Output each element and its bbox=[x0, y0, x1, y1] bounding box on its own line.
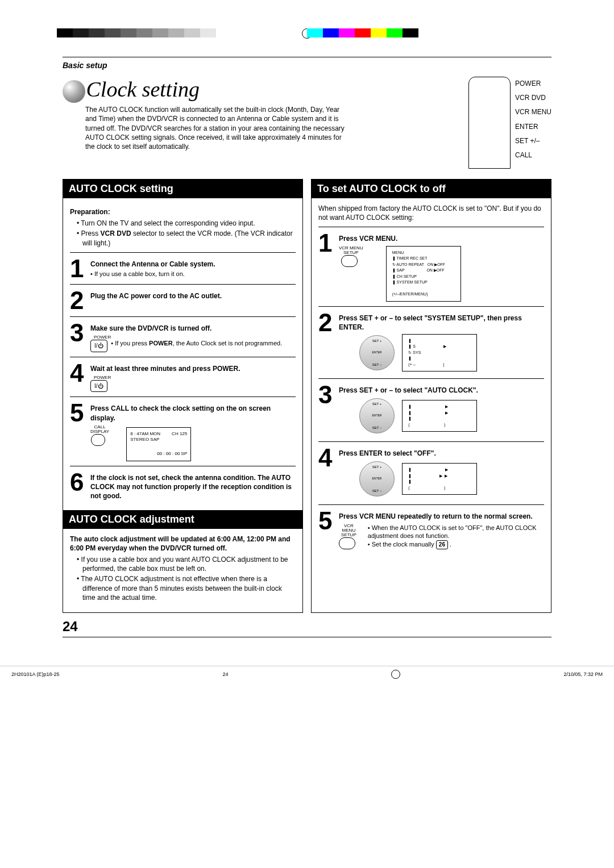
divider bbox=[318, 227, 544, 227]
right-body: When shipped from factory the AUTO CLOCK… bbox=[312, 198, 551, 558]
step-number: 5 bbox=[70, 402, 90, 424]
divider bbox=[70, 252, 296, 253]
note: Set the clock manually bbox=[372, 541, 434, 548]
footer-file: 2H20101A (E)p18-25 bbox=[11, 671, 60, 677]
step-body: Make sure the DVD/VCR is turned off. POW… bbox=[90, 322, 296, 352]
right-lead: When shipped from factory the AUTO CLOCK… bbox=[318, 204, 544, 222]
remote-icon bbox=[468, 77, 511, 169]
divider bbox=[70, 284, 296, 285]
right-header: To set AUTO CLOCK to off bbox=[312, 180, 551, 198]
step-number: 1 bbox=[318, 232, 339, 254]
intro-paragraph: The AUTO CLOCK function will automatical… bbox=[85, 105, 347, 151]
vcr-menu-button-icon: VCR MENUSETUP bbox=[339, 524, 359, 550]
top-rule bbox=[63, 57, 551, 57]
left-column: AUTO CLOCK setting Preparation: Turn ON … bbox=[63, 179, 303, 613]
print-footer: 2H20101A (E)p18-25 24 2/10/05, 7:32 PM bbox=[0, 666, 614, 679]
divider bbox=[318, 441, 544, 442]
step-sub: If you use a cable box, turn it on. bbox=[94, 270, 185, 277]
step-body: Plug the AC power cord to the AC outlet. bbox=[90, 289, 296, 301]
divider bbox=[70, 466, 296, 466]
step-number: 4 bbox=[318, 446, 339, 469]
step-row: 4 Press ENTER to select "OFF". SET +ENTE… bbox=[318, 446, 544, 500]
divider bbox=[318, 378, 544, 379]
osd-preview: 8 : 47AM MON CH 125 STEREO SAP 00 : 00 :… bbox=[126, 427, 191, 461]
remote-diagram-box: POWER VCR DVD VCR MENU ENTER SET +/– CAL… bbox=[468, 77, 551, 169]
step-body: Press VCR MENU repeatedly to return to t… bbox=[339, 510, 544, 549]
step-body: Press CALL to check the clock setting on… bbox=[90, 402, 296, 461]
step-row: 2 Plug the AC power cord to the AC outle… bbox=[70, 289, 296, 312]
adj-item: If you use a cable box and you want AUTO… bbox=[77, 555, 296, 573]
prep-item: Press VCR DVD selector to select the VCR… bbox=[77, 229, 296, 247]
step-row: 5 Press VCR MENU repeatedly to return to… bbox=[318, 510, 544, 549]
divider bbox=[70, 357, 296, 357]
osd-menu: ❚ ❚ S ▶ ↻ SYS ❚ (+ – ) bbox=[402, 334, 477, 372]
section-label: Basic setup bbox=[63, 61, 551, 70]
right-column: To set AUTO CLOCK to off When shipped fr… bbox=[311, 179, 551, 613]
registration-mark-bottom bbox=[391, 670, 400, 679]
preparation-label: Preparation: bbox=[70, 207, 296, 216]
step-text: Connect the Antenna or Cable system. bbox=[90, 260, 215, 268]
page-title: Clock setting bbox=[63, 77, 468, 103]
step-row: 4 Wait at least three minutes and press … bbox=[70, 362, 296, 393]
footer-date: 2/10/05, 7:32 PM bbox=[563, 671, 603, 677]
divider bbox=[70, 397, 296, 397]
adjustment-list: If you use a cable box and you want AUTO… bbox=[77, 555, 296, 602]
step-text: Plug the AC power cord to the AC outlet. bbox=[90, 292, 222, 300]
divider bbox=[318, 504, 544, 505]
osd-menu: ❚ ▶ ❚ ▶ ❚ ( ) bbox=[402, 400, 477, 432]
step-number: 2 bbox=[70, 289, 90, 312]
step-text: If the clock is not set, check the anten… bbox=[90, 474, 292, 500]
step-number: 2 bbox=[318, 311, 339, 334]
footer-page: 24 bbox=[223, 671, 229, 677]
step-row: 2 Press SET + or – to select "SYSTEM SET… bbox=[318, 311, 544, 374]
adjustment-lead: The auto clock adjustment will be update… bbox=[70, 535, 291, 552]
step-row: 1 Press VCR MENU. VCR MENUSETUP MENU ❚ T… bbox=[318, 232, 544, 301]
step-number: 6 bbox=[70, 471, 90, 494]
step-row: 5 Press CALL to check the clock setting … bbox=[70, 402, 296, 461]
adj-item: The AUTO CLOCK adjustment is not effecti… bbox=[77, 574, 296, 602]
left-body: Preparation: Turn ON the TV and select t… bbox=[63, 198, 302, 510]
title-row: Clock setting The AUTO CLOCK function wi… bbox=[63, 77, 551, 169]
step-body: Press SET + or – to select "SYSTEM SETUP… bbox=[339, 311, 544, 374]
two-columns: AUTO CLOCK setting Preparation: Turn ON … bbox=[63, 179, 551, 613]
vcr-menu-button-icon: VCR MENUSETUP bbox=[339, 246, 363, 268]
divider bbox=[70, 316, 296, 317]
page-number: 24 bbox=[63, 619, 551, 635]
step-text: Press VCR MENU repeatedly to return to t… bbox=[339, 512, 533, 520]
remote-label: VCR DVD bbox=[515, 91, 551, 105]
step-number: 3 bbox=[70, 322, 90, 344]
step-row: 1 Connect the Antenna or Cable system. •… bbox=[70, 257, 296, 280]
call-button-icon: CALLDISPLAY bbox=[90, 425, 109, 446]
title-sphere-icon bbox=[63, 80, 85, 103]
step-body: Press SET + or – to select "AUTO CLOCK".… bbox=[339, 383, 544, 437]
dpad-icon: SET +ENTERSET – bbox=[359, 398, 395, 433]
power-button-icon: POWER I/⏻ bbox=[90, 375, 296, 390]
step-text: Press VCR MENU. bbox=[339, 235, 397, 243]
step-body: Wait at least three minutes and press PO… bbox=[90, 362, 296, 393]
grayscale-bars bbox=[57, 28, 216, 37]
step-number: 4 bbox=[70, 362, 90, 385]
step-number: 5 bbox=[318, 510, 339, 532]
step-text: Press SET + or – to select "AUTO CLOCK". bbox=[339, 386, 478, 394]
step-text: Make sure the DVD/VCR is turned off. bbox=[90, 324, 211, 332]
step-text: Wait at least three minutes and press PO… bbox=[90, 365, 240, 373]
step-text: Press CALL to check the clock setting on… bbox=[90, 404, 271, 422]
remote-label: POWER bbox=[515, 77, 551, 91]
page-ref: 26 bbox=[436, 540, 448, 549]
step-row: 3 Make sure the DVD/VCR is turned off. P… bbox=[70, 322, 296, 352]
prep-item: Turn ON the TV and select the correspond… bbox=[77, 219, 296, 228]
remote-label: SET +/– bbox=[515, 134, 551, 148]
dpad-icon: SET +ENTERSET – bbox=[359, 335, 395, 370]
bottom-rule bbox=[63, 637, 551, 637]
left-header-1: AUTO CLOCK setting bbox=[63, 180, 302, 198]
step-text: Press ENTER to select "OFF". bbox=[339, 449, 436, 457]
page: Basic setup Clock setting The AUTO CLOCK… bbox=[63, 57, 551, 637]
remote-labels: POWER VCR DVD VCR MENU ENTER SET +/– CAL… bbox=[515, 77, 551, 169]
step-row: 6 If the clock is not set, check the ant… bbox=[70, 471, 296, 501]
step-number: 1 bbox=[70, 257, 90, 280]
step-row: 3 Press SET + or – to select "AUTO CLOCK… bbox=[318, 383, 544, 437]
step-body: If the clock is not set, check the anten… bbox=[90, 471, 296, 501]
note: When the AUTO CLOCK is set to "OFF", the… bbox=[368, 524, 537, 540]
preparation-list: Turn ON the TV and select the correspond… bbox=[77, 219, 296, 248]
left-header-2: AUTO CLOCK adjustment bbox=[63, 510, 302, 529]
